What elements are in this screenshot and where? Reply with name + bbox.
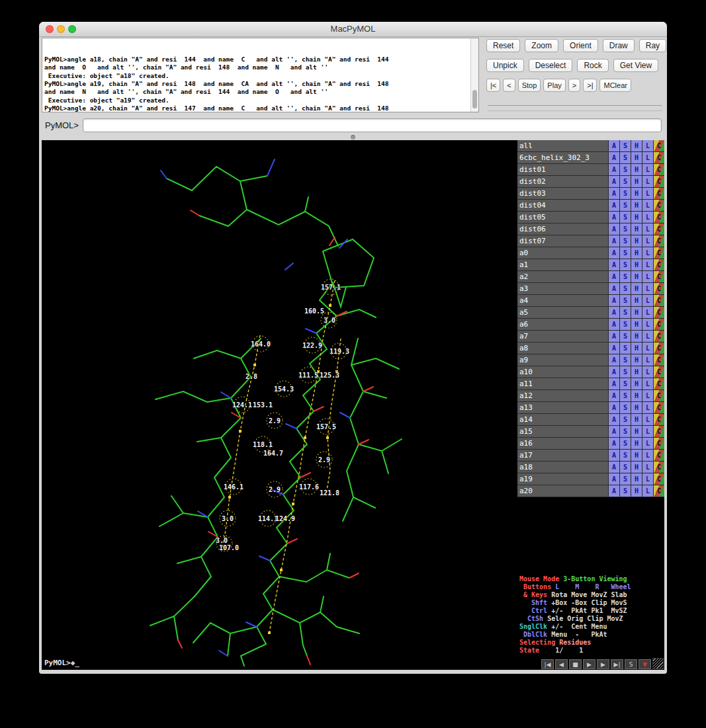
object-c-button[interactable]: C: [653, 390, 664, 401]
object-s-button[interactable]: S: [619, 235, 631, 247]
toolbar-button-zoom[interactable]: Zoom: [525, 39, 558, 52]
object-a-button[interactable]: A: [608, 235, 619, 247]
object-l-button[interactable]: L: [642, 450, 653, 461]
toolbar-button-ray[interactable]: Ray: [639, 39, 666, 52]
object-c-button[interactable]: C: [653, 152, 664, 163]
object-h-button[interactable]: H: [631, 343, 642, 354]
object-a-button[interactable]: A: [608, 152, 619, 163]
viewport-command-prompt[interactable]: PyMOL>◆_: [44, 659, 79, 667]
object-s-button[interactable]: S: [619, 259, 631, 270]
object-s-button[interactable]: S: [619, 188, 631, 199]
object-a-button[interactable]: A: [608, 390, 619, 401]
transport-next-button[interactable]: ▶: [597, 659, 609, 669]
object-name[interactable]: a13: [517, 402, 608, 413]
toolbar-button-[interactable]: |<: [486, 79, 500, 92]
object-a-button[interactable]: A: [608, 485, 619, 497]
console-scrollbar-thumb[interactable]: [472, 90, 477, 108]
object-a-button[interactable]: A: [608, 295, 619, 306]
object-a-button[interactable]: A: [608, 247, 619, 259]
object-name[interactable]: dist05: [517, 212, 608, 223]
object-c-button[interactable]: C: [653, 402, 664, 413]
object-h-button[interactable]: H: [631, 176, 642, 187]
object-a-button[interactable]: A: [608, 140, 619, 151]
object-a-button[interactable]: A: [608, 366, 619, 378]
object-l-button[interactable]: L: [642, 378, 653, 389]
object-h-button[interactable]: H: [631, 188, 642, 199]
object-l-button[interactable]: L: [642, 200, 653, 211]
toolbar-button-mclear[interactable]: MClear: [599, 79, 631, 92]
object-l-button[interactable]: L: [642, 354, 653, 366]
object-name[interactable]: 6cbc_helix_302_3: [517, 152, 608, 163]
object-h-button[interactable]: H: [631, 366, 642, 378]
object-l-button[interactable]: L: [642, 402, 653, 413]
object-name[interactable]: a5: [517, 307, 608, 318]
object-c-button[interactable]: C: [653, 485, 664, 497]
object-l-button[interactable]: L: [642, 414, 653, 425]
object-name[interactable]: a10: [517, 366, 608, 378]
object-c-button[interactable]: C: [653, 426, 664, 437]
object-h-button[interactable]: H: [631, 223, 642, 235]
object-a-button[interactable]: A: [608, 343, 619, 354]
object-h-button[interactable]: H: [631, 414, 642, 425]
object-s-button[interactable]: S: [619, 271, 631, 282]
object-h-button[interactable]: H: [631, 295, 642, 306]
object-c-button[interactable]: C: [653, 140, 664, 151]
object-h-button[interactable]: H: [631, 164, 642, 175]
object-name[interactable]: a8: [517, 343, 608, 354]
object-a-button[interactable]: A: [608, 223, 619, 235]
object-name[interactable]: dist06: [517, 223, 608, 235]
pymol-command-input[interactable]: [83, 118, 662, 132]
object-a-button[interactable]: A: [608, 402, 619, 413]
console-scrollbar[interactable]: [470, 38, 478, 112]
object-s-button[interactable]: S: [619, 140, 631, 151]
object-name[interactable]: a2: [517, 271, 608, 282]
object-a-button[interactable]: A: [608, 354, 619, 366]
object-s-button[interactable]: S: [619, 247, 631, 259]
object-h-button[interactable]: H: [631, 426, 642, 437]
object-l-button[interactable]: L: [642, 188, 653, 199]
object-a-button[interactable]: A: [608, 378, 619, 389]
transport-menu-button[interactable]: ▼: [639, 659, 651, 669]
object-h-button[interactable]: H: [631, 319, 642, 330]
object-c-button[interactable]: C: [653, 473, 664, 485]
transport-last-button[interactable]: ▶|: [611, 659, 623, 669]
object-name[interactable]: a18: [517, 462, 608, 473]
object-name[interactable]: a1: [517, 259, 608, 270]
object-l-button[interactable]: L: [642, 366, 653, 378]
object-a-button[interactable]: A: [608, 164, 619, 175]
object-c-button[interactable]: C: [653, 331, 664, 342]
console-output[interactable]: PyMOL>angle a18, chain "A" and resi 144 …: [42, 38, 479, 112]
object-a-button[interactable]: A: [608, 259, 619, 270]
object-l-button[interactable]: L: [642, 307, 653, 318]
object-s-button[interactable]: S: [619, 462, 631, 473]
object-name[interactable]: a4: [517, 295, 608, 306]
toolbar-button-get-view[interactable]: Get View: [613, 59, 658, 72]
object-c-button[interactable]: C: [653, 354, 664, 366]
object-a-button[interactable]: A: [608, 307, 619, 318]
object-h-button[interactable]: H: [631, 152, 642, 163]
object-a-button[interactable]: A: [608, 473, 619, 485]
object-c-button[interactable]: C: [653, 188, 664, 199]
toolbar-button-draw[interactable]: Draw: [603, 39, 635, 52]
object-name[interactable]: dist01: [517, 164, 608, 175]
object-a-button[interactable]: A: [608, 188, 619, 199]
object-a-button[interactable]: A: [608, 462, 619, 473]
transport-first-button[interactable]: |◀: [541, 659, 554, 669]
object-s-button[interactable]: S: [619, 152, 631, 163]
object-h-button[interactable]: H: [631, 140, 642, 151]
object-l-button[interactable]: L: [642, 390, 653, 401]
object-name[interactable]: a9: [517, 354, 608, 366]
object-c-button[interactable]: C: [653, 271, 664, 282]
object-h-button[interactable]: H: [631, 473, 642, 485]
object-name[interactable]: a0: [517, 247, 608, 259]
object-name[interactable]: a6: [517, 319, 608, 330]
object-c-button[interactable]: C: [653, 295, 664, 306]
object-name[interactable]: a15: [517, 426, 608, 437]
toolbar-button-orient[interactable]: Orient: [563, 39, 598, 52]
object-l-button[interactable]: L: [642, 259, 653, 270]
object-s-button[interactable]: S: [619, 438, 631, 449]
object-l-button[interactable]: L: [642, 295, 653, 306]
object-name[interactable]: dist07: [517, 235, 608, 247]
object-c-button[interactable]: C: [653, 212, 664, 223]
toolbar-button-rock[interactable]: Rock: [577, 59, 608, 72]
